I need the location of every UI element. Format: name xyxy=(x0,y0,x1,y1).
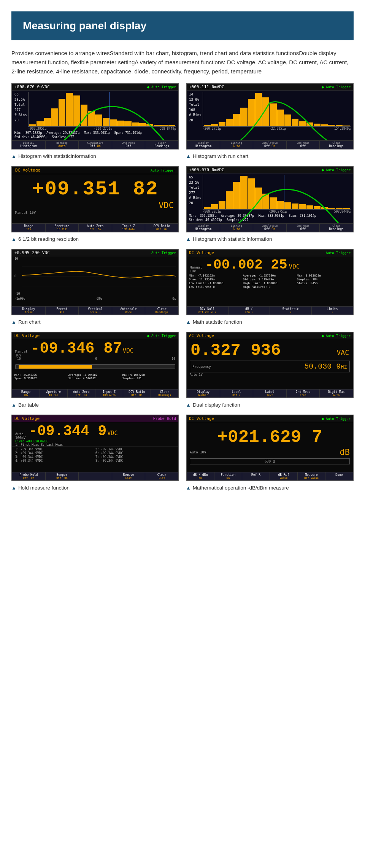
bar1-btn-autozero[interactable]: Auto ZeroOff On xyxy=(68,389,95,397)
bar1-fill xyxy=(19,365,92,369)
hist1-btn-clear[interactable]: ClearReadings xyxy=(145,141,178,149)
hold1-btn-probehold[interactable]: Probe HoldOff On xyxy=(12,472,46,480)
panel-bar1: DC Voltage ● Auto Trigger Manual10V -09.… xyxy=(11,332,179,408)
db1-refval: 600 Ω xyxy=(265,459,275,463)
caption-bar1: ▲ Bar table xyxy=(11,401,179,408)
panel-hist1: +000.070 0mVDC ● Auto Trigger 65 23.5% T… xyxy=(11,83,179,159)
hist2-btn-clear[interactable]: ClearReadings xyxy=(320,141,353,149)
db1-btn-measrefval[interactable]: MeasureRef Value xyxy=(298,472,325,480)
large1-btn-autozero[interactable]: Auto ZeroOff On xyxy=(79,224,112,232)
bar1-trigger: ● Auto Trigger xyxy=(147,334,176,338)
large1-btn-aperture[interactable]: Aperture10 PLC xyxy=(46,224,79,232)
hold1-reading: -09.344 9 xyxy=(29,423,106,439)
bar1-label: DC Voltage xyxy=(14,333,40,338)
run1-btn-display[interactable]: DisplayTrend xyxy=(12,307,46,315)
panels-grid: +000.070 0mVDC ● Auto Trigger 65 23.5% T… xyxy=(0,83,365,491)
hist1-btn-display[interactable]: DisplayHistogram xyxy=(12,141,46,149)
screen-bar1: DC Voltage ● Auto Trigger Manual10V -09.… xyxy=(11,332,179,398)
hist3-trigger: ● Auto Trigger xyxy=(322,168,351,172)
run1-btn-autoscale[interactable]: AutoscaleOnce xyxy=(112,307,146,315)
db1-btn-dbdbm[interactable]: dB / dBmdB xyxy=(187,472,214,480)
hist1-btn-cumulative[interactable]: CumulativeOff On xyxy=(79,141,112,149)
stat1-btnbar: DCV NullOff Value ↓ dB /dBm ↓ Statistic↓… xyxy=(187,306,353,315)
caption-run1: ▲ Run chart xyxy=(11,318,179,325)
stat1-unit: VDC xyxy=(289,263,300,270)
caption-stat1: ▲ Math statistic function xyxy=(186,318,354,325)
hist1-btn-binning[interactable]: BinningAuto xyxy=(46,141,79,149)
caption-db1: ▲ Mathematical operation -dB/dBm measure xyxy=(186,483,354,491)
screen-hist1: +000.070 0mVDC ● Auto Trigger 65 23.5% T… xyxy=(11,83,179,149)
hold1-btn-empty xyxy=(79,472,112,480)
bar1-stats: Min: -9.348396Average: -3.794882Max: 9.1… xyxy=(12,373,178,381)
run1-btn-clear[interactable]: ClearReadings xyxy=(145,307,178,315)
hist3-btn-clear[interactable]: ClearReadings xyxy=(320,224,353,232)
large1-btn-dcvratio[interactable]: DCV RatioOff On xyxy=(145,224,178,232)
dual1-freqval: 50.030 9Hz xyxy=(304,362,347,371)
hold1-probehold: Probe Hold xyxy=(153,417,176,421)
db1-auto: Auto 10V xyxy=(190,450,206,454)
hist2-btn-display[interactable]: DisplayHistogram xyxy=(187,141,220,149)
run1-btn-vertical[interactable]: VerticalScale ↓ xyxy=(79,307,112,315)
page-description: Provides convenience to arrange wiresSta… xyxy=(0,40,365,83)
hold1-btn-remove[interactable]: RemoveLast xyxy=(112,472,146,480)
caption-hist2: ▲ Histogram with run chart xyxy=(186,152,354,159)
db1-topbar: DC Voltage ● Auto Trigger xyxy=(187,415,353,422)
panel-hist2: +000.111 0mVDC ● Auto Trigger 14 13.0% T… xyxy=(186,83,354,159)
large1-reading: +09.351 82 xyxy=(12,174,178,200)
run1-btn-recent[interactable]: RecentAll xyxy=(46,307,79,315)
dual1-autorow: Auto 1V xyxy=(187,373,353,377)
dual1-btn-label2[interactable]: LabelText xyxy=(253,389,287,397)
bar1-reading-row: Manual10V -09.346 87 VDC xyxy=(12,339,178,357)
hist3-btn-2ndmeas[interactable]: 2nd MeasOff xyxy=(287,224,320,232)
large1-btn-range[interactable]: Range10V xyxy=(12,224,46,232)
large1-label: DC Voltage xyxy=(15,168,40,173)
hist3-btn-display[interactable]: DisplayHistogram xyxy=(187,224,220,232)
db1-btn-refr[interactable]: Ref R xyxy=(242,472,270,480)
dual1-btnbar: DisplayNumber LabelOff ↓ LabelText 2nd M… xyxy=(187,389,353,397)
hist3-btn-binning[interactable]: BinningAuto xyxy=(220,224,254,232)
hold1-unit: VDC xyxy=(107,430,117,437)
hist2-btn-cumulative[interactable]: CumulativeOff On xyxy=(253,141,287,149)
hold1-btn-beeper[interactable]: BeeperOff On xyxy=(46,472,79,480)
run1-chart-area: 10 0 -10 xyxy=(14,256,176,296)
stat1-btn-statistic[interactable]: Statistic↓ xyxy=(270,307,312,315)
hist2-voltage: +000.111 0mVDC xyxy=(189,84,224,89)
dual1-btn-2ndmeas[interactable]: 2nd MeasFreq xyxy=(287,389,320,397)
db1-btn-dbref[interactable]: dB RefValue xyxy=(270,472,298,480)
hist1-btn-2ndmeas[interactable]: 2nd MeasOff xyxy=(112,141,146,149)
dual1-btn-label1[interactable]: LabelOff ↓ xyxy=(220,389,254,397)
screen-run1: +0.995 290 VDC Auto Trigger 10 0 -10 xyxy=(11,249,179,315)
db1-btn-done[interactable]: Done xyxy=(325,472,353,480)
hist2-info: 14 13.0% Total 108 # Bins 20 xyxy=(189,92,203,127)
panel-run1: +0.995 290 VDC Auto Trigger 10 0 -10 xyxy=(11,249,179,325)
hist2-btn-2ndmeas[interactable]: 2nd MeasOff xyxy=(287,141,320,149)
bar1-btn-inputz[interactable]: Input Z10M Auto xyxy=(95,389,123,397)
stat1-btn-limits[interactable]: Limits↓ xyxy=(312,307,353,315)
large1-trigger: Auto Trigger xyxy=(151,169,175,172)
bar1-reading: -09.346 87 xyxy=(31,340,122,357)
bar1-btn-aperture[interactable]: Aperture10 PLC xyxy=(40,389,68,397)
stat1-manual: Manual10V xyxy=(190,265,202,273)
dual1-btn-display[interactable]: DisplayNumber xyxy=(187,389,220,397)
dual1-btn-digitmas[interactable]: Digit MasAuto xyxy=(320,389,353,397)
stat1-info: Min: -7.142162mAverage: -1.557580mMax: 3… xyxy=(187,273,353,289)
hist3-btn-cumulative[interactable]: CumulativeOff On xyxy=(253,224,287,232)
bar1-btn-clear[interactable]: ClearReadings xyxy=(151,389,178,397)
hold1-btn-clearlist[interactable]: ClearList xyxy=(145,472,178,480)
hold1-list: 1: -09.344 9VDC5: -09.344 9VDC 2: +09.34… xyxy=(12,447,178,463)
hold1-topbar: DC Voltage Probe Hold xyxy=(12,415,178,422)
bar1-btn-dcvratio[interactable]: DCV RatioOff On xyxy=(123,389,151,397)
run1-svg xyxy=(22,256,176,296)
stat1-btn-dcvnull[interactable]: DCV NullOff Value ↓ xyxy=(187,307,229,315)
large1-btn-inputz[interactable]: Input Z10M Auto xyxy=(112,224,146,232)
bar1-btn-range[interactable]: Range10V xyxy=(12,389,40,397)
hold1-label: DC Voltage xyxy=(14,416,40,421)
hist1-topbar: +000.070 0mVDC ● Auto Trigger xyxy=(12,84,178,91)
hist1-trigger: ● Auto Trigger xyxy=(147,85,176,89)
stat1-btn-db[interactable]: dB /dBm ↓ xyxy=(229,307,270,315)
hold1-btnbar: Probe HoldOff On BeeperOff On RemoveLast… xyxy=(12,472,178,480)
hist2-chart: 14 13.0% Total 108 # Bins 20 xyxy=(187,91,353,127)
db1-btn-function[interactable]: FunctionOn xyxy=(214,472,242,480)
hist2-btn-binning[interactable]: BinningAuto xyxy=(220,141,254,149)
caption-hold1: ▲ Hold measure function xyxy=(11,483,179,491)
